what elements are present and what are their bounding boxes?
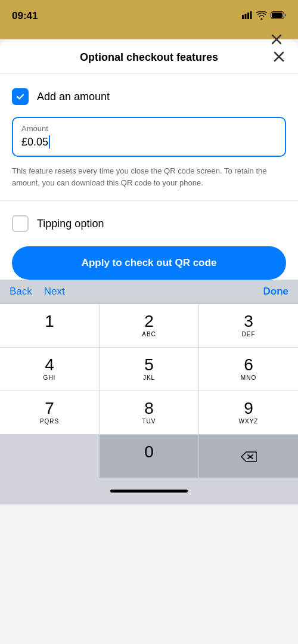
add-amount-label: Add an amount — [37, 91, 110, 103]
apply-button[interactable]: Apply to check out QR code — [12, 246, 286, 280]
status-time: 09:41 — [12, 10, 38, 22]
home-indicator-area — [0, 482, 298, 504]
keyboard-done-button[interactable]: Done — [263, 286, 289, 298]
close-modal-button[interactable] — [269, 47, 288, 66]
tipping-label: Tipping option — [37, 218, 104, 230]
add-amount-row: Add an amount — [12, 88, 286, 105]
modal-card: Optional checkout features Add an amount… — [0, 39, 298, 280]
add-amount-checkbox[interactable] — [12, 88, 29, 105]
numpad-key-empty — [0, 435, 99, 478]
amount-input-group[interactable]: Amount £0.05 — [12, 117, 286, 157]
section-divider — [0, 200, 298, 201]
keyboard-back-button[interactable]: Back — [10, 286, 32, 298]
status-icons — [242, 11, 286, 21]
modal-header-bg — [0, 30, 298, 39]
svg-rect-0 — [242, 15, 244, 19]
numpad-delete-key[interactable] — [199, 435, 298, 478]
numpad-key-6[interactable]: 6 MNO — [199, 348, 298, 391]
amount-hint-text: This feature resets every time you close… — [12, 165, 286, 188]
svg-rect-3 — [250, 11, 252, 19]
numpad-key-5[interactable]: 5 JKL — [100, 348, 198, 391]
tipping-row: Tipping option — [12, 215, 286, 232]
amount-input-value[interactable]: £0.05 — [21, 135, 277, 148]
home-indicator-bar — [110, 490, 188, 493]
numpad: 1 2 ABC 3 DEF 4 GHI 5 JKL 6 MNO 7 PQRS 8… — [0, 304, 298, 482]
modal-content: Add an amount Amount £0.05 This feature … — [0, 74, 298, 280]
wifi-icon — [256, 11, 267, 21]
numpad-key-0[interactable]: 0 — [100, 435, 198, 478]
text-cursor — [49, 135, 50, 148]
svg-rect-5 — [272, 13, 283, 18]
svg-rect-1 — [245, 14, 247, 19]
numpad-key-7[interactable]: 7 PQRS — [0, 391, 99, 434]
numpad-key-4[interactable]: 4 GHI — [0, 348, 99, 391]
numpad-key-9[interactable]: 9 WXYZ — [199, 391, 298, 434]
svg-rect-2 — [247, 13, 249, 19]
modal-title: Optional checkout features — [80, 51, 218, 64]
keyboard-nav-left: Back Next — [10, 286, 65, 298]
numpad-key-1[interactable]: 1 — [0, 304, 99, 347]
tipping-checkbox[interactable] — [12, 215, 29, 232]
status-bar: 09:41 — [0, 0, 298, 30]
amount-input-label: Amount — [21, 124, 277, 133]
delete-icon — [240, 451, 257, 463]
numpad-key-8[interactable]: 8 TUV — [100, 391, 198, 434]
numpad-key-2[interactable]: 2 ABC — [100, 304, 198, 347]
numpad-key-3[interactable]: 3 DEF — [199, 304, 298, 347]
keyboard-next-button[interactable]: Next — [44, 286, 65, 298]
keyboard-toolbar: Back Next Done — [0, 280, 298, 304]
battery-icon — [271, 11, 286, 21]
modal-title-bar: Optional checkout features — [0, 39, 298, 74]
signal-icon — [242, 11, 253, 21]
